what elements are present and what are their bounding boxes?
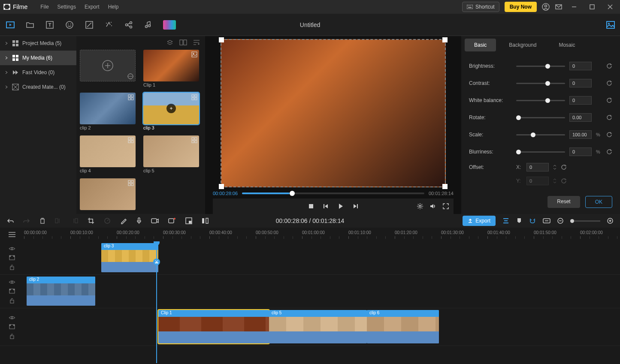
reset-icon[interactable] bbox=[561, 164, 567, 170]
menu-file[interactable]: File bbox=[40, 4, 48, 10]
align-icon[interactable] bbox=[502, 218, 509, 224]
zoom-in-icon[interactable] bbox=[607, 218, 613, 224]
timeline-clip[interactable]: clip 3 bbox=[101, 243, 158, 272]
scale-input[interactable] bbox=[569, 130, 592, 139]
add-to-timeline-icon[interactable]: + bbox=[166, 104, 176, 113]
minimize-icon[interactable] bbox=[568, 3, 581, 11]
settings-icon[interactable] bbox=[417, 203, 423, 210]
ok-button[interactable]: OK bbox=[585, 196, 612, 208]
record-icon[interactable] bbox=[168, 218, 176, 224]
preview-frame[interactable] bbox=[221, 39, 446, 187]
reset-button[interactable]: Reset bbox=[547, 196, 580, 208]
mail-icon[interactable] bbox=[555, 3, 563, 11]
share-tool-icon[interactable] bbox=[124, 20, 134, 30]
timeline-ruler[interactable]: 00:00:00:0000:00:10:0000:00:20:0000:00:3… bbox=[24, 228, 620, 241]
rotate-slider[interactable] bbox=[516, 117, 565, 118]
shortcut-button[interactable]: Shortcut bbox=[462, 2, 499, 12]
crop-icon[interactable] bbox=[88, 217, 94, 224]
resize-handle[interactable] bbox=[442, 37, 448, 42]
effects-tool-icon[interactable] bbox=[104, 20, 114, 30]
audio-tool-icon[interactable] bbox=[143, 20, 154, 30]
delete-icon[interactable] bbox=[39, 217, 45, 224]
tab-basic[interactable]: Basic bbox=[465, 39, 496, 51]
seek-slider[interactable] bbox=[242, 193, 424, 194]
sidebar-item-my-media[interactable]: My Media (6) bbox=[0, 51, 76, 65]
resize-handle[interactable] bbox=[442, 184, 448, 189]
zoom-out-icon[interactable] bbox=[557, 218, 563, 224]
offset-y-input[interactable] bbox=[526, 177, 549, 185]
marker-icon[interactable] bbox=[516, 218, 522, 224]
pip-icon[interactable] bbox=[185, 217, 192, 224]
cut-icon[interactable] bbox=[153, 259, 160, 265]
contrast-input[interactable] bbox=[569, 79, 592, 87]
offset-x-input[interactable] bbox=[526, 163, 549, 171]
fit-icon[interactable] bbox=[543, 218, 550, 223]
eye-icon[interactable] bbox=[9, 246, 15, 251]
rotate-input[interactable] bbox=[569, 113, 592, 122]
more-icon[interactable] bbox=[127, 73, 133, 79]
eye-icon[interactable] bbox=[9, 280, 15, 285]
speed-icon[interactable] bbox=[104, 217, 111, 224]
reset-icon[interactable] bbox=[606, 132, 612, 138]
export-button[interactable]: Export bbox=[463, 216, 496, 226]
sidebar-item-fast-video[interactable]: Fast Video (0) bbox=[0, 65, 76, 80]
columns-icon[interactable] bbox=[179, 39, 187, 45]
reset-icon[interactable] bbox=[561, 178, 567, 184]
color-icon[interactable] bbox=[120, 217, 127, 224]
wb-slider[interactable] bbox=[516, 100, 565, 101]
buy-now-button[interactable]: Buy Now bbox=[505, 2, 537, 12]
reset-icon[interactable] bbox=[606, 114, 612, 120]
lock-icon[interactable] bbox=[9, 333, 15, 339]
timeline-clip[interactable]: clip 2 bbox=[27, 277, 95, 306]
menu-settings[interactable]: Settings bbox=[57, 4, 76, 10]
fullscreen-icon[interactable] bbox=[442, 203, 449, 210]
color-tool-icon[interactable] bbox=[163, 20, 176, 30]
transition-tool-icon[interactable] bbox=[84, 20, 94, 30]
camera-icon[interactable] bbox=[151, 218, 159, 224]
media-thumb[interactable]: + clip 3 bbox=[143, 93, 202, 130]
lock-icon[interactable] bbox=[9, 298, 15, 304]
sticker-tool-icon[interactable] bbox=[64, 20, 75, 30]
next-frame-icon[interactable] bbox=[353, 203, 359, 209]
menu-help[interactable]: Help bbox=[108, 4, 119, 10]
hamburger-icon[interactable] bbox=[0, 228, 24, 241]
close-icon[interactable] bbox=[604, 3, 617, 11]
undo-icon[interactable] bbox=[7, 218, 14, 224]
stepper-icon[interactable] bbox=[553, 178, 556, 184]
timeline-clip[interactable]: clip 5 bbox=[269, 310, 367, 343]
media-thumb[interactable]: clip 5 bbox=[143, 135, 202, 173]
play-icon[interactable] bbox=[337, 203, 344, 210]
wb-input[interactable] bbox=[569, 96, 592, 105]
sidebar-item-project-media[interactable]: Project Media (5) bbox=[0, 36, 76, 51]
media-tool-icon[interactable] bbox=[5, 20, 15, 30]
tab-background[interactable]: Background bbox=[499, 39, 546, 51]
layers-icon[interactable] bbox=[166, 39, 173, 46]
media-thumb[interactable]: Clip 1 bbox=[143, 50, 202, 87]
zoom-slider[interactable] bbox=[570, 220, 600, 222]
media-thumb[interactable] bbox=[80, 178, 138, 210]
brightness-slider[interactable] bbox=[516, 66, 565, 67]
blur-slider[interactable] bbox=[516, 151, 565, 153]
redo-icon[interactable] bbox=[23, 218, 30, 224]
mic-icon[interactable] bbox=[136, 217, 142, 224]
sort-icon[interactable] bbox=[193, 39, 200, 45]
media-thumb[interactable]: clip 4 bbox=[80, 135, 138, 173]
magnet-icon[interactable] bbox=[529, 218, 536, 224]
split-right-icon[interactable] bbox=[71, 218, 78, 224]
volume-icon[interactable] bbox=[429, 203, 436, 210]
scale-slider[interactable] bbox=[516, 134, 565, 135]
stepper-icon[interactable] bbox=[553, 164, 556, 170]
stop-icon[interactable] bbox=[308, 203, 314, 209]
reset-icon[interactable] bbox=[606, 80, 612, 86]
resize-handle[interactable] bbox=[219, 37, 224, 42]
user-icon[interactable] bbox=[542, 3, 550, 11]
image-props-icon[interactable] bbox=[606, 21, 615, 29]
reset-icon[interactable] bbox=[606, 63, 612, 69]
menu-export[interactable]: Export bbox=[85, 4, 100, 10]
add-media-thumb[interactable] bbox=[80, 50, 138, 87]
folder-tool-icon[interactable] bbox=[25, 20, 35, 30]
lock-icon[interactable] bbox=[9, 264, 15, 270]
brightness-input[interactable] bbox=[569, 62, 592, 70]
tab-mosaic[interactable]: Mosaic bbox=[549, 39, 584, 51]
prev-frame-icon[interactable] bbox=[323, 203, 329, 209]
